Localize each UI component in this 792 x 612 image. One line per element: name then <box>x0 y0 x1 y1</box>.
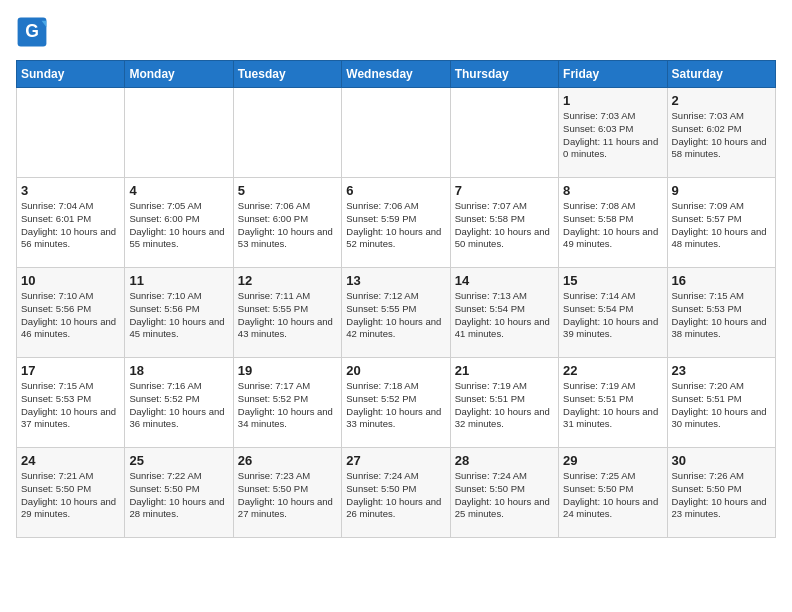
day-number: 29 <box>563 453 662 468</box>
calendar-cell: 2Sunrise: 7:03 AM Sunset: 6:02 PM Daylig… <box>667 88 775 178</box>
day-number: 10 <box>21 273 120 288</box>
calendar-cell: 5Sunrise: 7:06 AM Sunset: 6:00 PM Daylig… <box>233 178 341 268</box>
day-number: 11 <box>129 273 228 288</box>
cell-info: Sunrise: 7:13 AM Sunset: 5:54 PM Dayligh… <box>455 290 554 341</box>
cell-info: Sunrise: 7:21 AM Sunset: 5:50 PM Dayligh… <box>21 470 120 521</box>
day-number: 15 <box>563 273 662 288</box>
cell-info: Sunrise: 7:25 AM Sunset: 5:50 PM Dayligh… <box>563 470 662 521</box>
cell-info: Sunrise: 7:12 AM Sunset: 5:55 PM Dayligh… <box>346 290 445 341</box>
cell-info: Sunrise: 7:26 AM Sunset: 5:50 PM Dayligh… <box>672 470 771 521</box>
day-number: 13 <box>346 273 445 288</box>
weekday-header-friday: Friday <box>559 61 667 88</box>
calendar-cell: 17Sunrise: 7:15 AM Sunset: 5:53 PM Dayli… <box>17 358 125 448</box>
cell-info: Sunrise: 7:19 AM Sunset: 5:51 PM Dayligh… <box>563 380 662 431</box>
day-number: 16 <box>672 273 771 288</box>
calendar-cell <box>233 88 341 178</box>
day-number: 9 <box>672 183 771 198</box>
calendar-cell: 8Sunrise: 7:08 AM Sunset: 5:58 PM Daylig… <box>559 178 667 268</box>
cell-info: Sunrise: 7:24 AM Sunset: 5:50 PM Dayligh… <box>346 470 445 521</box>
weekday-header-saturday: Saturday <box>667 61 775 88</box>
day-number: 20 <box>346 363 445 378</box>
day-number: 26 <box>238 453 337 468</box>
day-number: 12 <box>238 273 337 288</box>
calendar-cell: 23Sunrise: 7:20 AM Sunset: 5:51 PM Dayli… <box>667 358 775 448</box>
cell-info: Sunrise: 7:07 AM Sunset: 5:58 PM Dayligh… <box>455 200 554 251</box>
cell-info: Sunrise: 7:08 AM Sunset: 5:58 PM Dayligh… <box>563 200 662 251</box>
cell-info: Sunrise: 7:03 AM Sunset: 6:02 PM Dayligh… <box>672 110 771 161</box>
day-number: 1 <box>563 93 662 108</box>
calendar-cell: 24Sunrise: 7:21 AM Sunset: 5:50 PM Dayli… <box>17 448 125 538</box>
weekday-header-monday: Monday <box>125 61 233 88</box>
calendar-cell: 1Sunrise: 7:03 AM Sunset: 6:03 PM Daylig… <box>559 88 667 178</box>
day-number: 4 <box>129 183 228 198</box>
calendar-cell <box>450 88 558 178</box>
day-number: 27 <box>346 453 445 468</box>
calendar-table: SundayMondayTuesdayWednesdayThursdayFrid… <box>16 60 776 538</box>
cell-info: Sunrise: 7:11 AM Sunset: 5:55 PM Dayligh… <box>238 290 337 341</box>
cell-info: Sunrise: 7:16 AM Sunset: 5:52 PM Dayligh… <box>129 380 228 431</box>
cell-info: Sunrise: 7:19 AM Sunset: 5:51 PM Dayligh… <box>455 380 554 431</box>
day-number: 24 <box>21 453 120 468</box>
calendar-cell: 25Sunrise: 7:22 AM Sunset: 5:50 PM Dayli… <box>125 448 233 538</box>
weekday-header-sunday: Sunday <box>17 61 125 88</box>
day-number: 30 <box>672 453 771 468</box>
cell-info: Sunrise: 7:14 AM Sunset: 5:54 PM Dayligh… <box>563 290 662 341</box>
calendar-cell: 13Sunrise: 7:12 AM Sunset: 5:55 PM Dayli… <box>342 268 450 358</box>
day-number: 23 <box>672 363 771 378</box>
cell-info: Sunrise: 7:06 AM Sunset: 6:00 PM Dayligh… <box>238 200 337 251</box>
cell-info: Sunrise: 7:18 AM Sunset: 5:52 PM Dayligh… <box>346 380 445 431</box>
day-number: 14 <box>455 273 554 288</box>
cell-info: Sunrise: 7:17 AM Sunset: 5:52 PM Dayligh… <box>238 380 337 431</box>
cell-info: Sunrise: 7:20 AM Sunset: 5:51 PM Dayligh… <box>672 380 771 431</box>
calendar-cell: 21Sunrise: 7:19 AM Sunset: 5:51 PM Dayli… <box>450 358 558 448</box>
calendar-cell: 14Sunrise: 7:13 AM Sunset: 5:54 PM Dayli… <box>450 268 558 358</box>
cell-info: Sunrise: 7:24 AM Sunset: 5:50 PM Dayligh… <box>455 470 554 521</box>
cell-info: Sunrise: 7:10 AM Sunset: 5:56 PM Dayligh… <box>21 290 120 341</box>
calendar-cell: 28Sunrise: 7:24 AM Sunset: 5:50 PM Dayli… <box>450 448 558 538</box>
cell-info: Sunrise: 7:22 AM Sunset: 5:50 PM Dayligh… <box>129 470 228 521</box>
calendar-cell: 16Sunrise: 7:15 AM Sunset: 5:53 PM Dayli… <box>667 268 775 358</box>
day-number: 19 <box>238 363 337 378</box>
calendar-cell <box>125 88 233 178</box>
logo: G <box>16 16 52 48</box>
calendar-cell <box>17 88 125 178</box>
day-number: 22 <box>563 363 662 378</box>
day-number: 28 <box>455 453 554 468</box>
svg-text:G: G <box>25 21 39 41</box>
header: G <box>16 16 776 48</box>
calendar-cell: 4Sunrise: 7:05 AM Sunset: 6:00 PM Daylig… <box>125 178 233 268</box>
logo-icon: G <box>16 16 48 48</box>
day-number: 25 <box>129 453 228 468</box>
day-number: 7 <box>455 183 554 198</box>
weekday-header-row: SundayMondayTuesdayWednesdayThursdayFrid… <box>17 61 776 88</box>
day-number: 5 <box>238 183 337 198</box>
day-number: 8 <box>563 183 662 198</box>
week-row-1: 1Sunrise: 7:03 AM Sunset: 6:03 PM Daylig… <box>17 88 776 178</box>
week-row-4: 17Sunrise: 7:15 AM Sunset: 5:53 PM Dayli… <box>17 358 776 448</box>
day-number: 21 <box>455 363 554 378</box>
calendar-cell: 7Sunrise: 7:07 AM Sunset: 5:58 PM Daylig… <box>450 178 558 268</box>
day-number: 6 <box>346 183 445 198</box>
calendar-cell: 10Sunrise: 7:10 AM Sunset: 5:56 PM Dayli… <box>17 268 125 358</box>
week-row-3: 10Sunrise: 7:10 AM Sunset: 5:56 PM Dayli… <box>17 268 776 358</box>
week-row-2: 3Sunrise: 7:04 AM Sunset: 6:01 PM Daylig… <box>17 178 776 268</box>
calendar-cell: 18Sunrise: 7:16 AM Sunset: 5:52 PM Dayli… <box>125 358 233 448</box>
calendar-cell: 29Sunrise: 7:25 AM Sunset: 5:50 PM Dayli… <box>559 448 667 538</box>
calendar-cell: 6Sunrise: 7:06 AM Sunset: 5:59 PM Daylig… <box>342 178 450 268</box>
cell-info: Sunrise: 7:03 AM Sunset: 6:03 PM Dayligh… <box>563 110 662 161</box>
calendar-cell: 27Sunrise: 7:24 AM Sunset: 5:50 PM Dayli… <box>342 448 450 538</box>
cell-info: Sunrise: 7:06 AM Sunset: 5:59 PM Dayligh… <box>346 200 445 251</box>
calendar-cell: 19Sunrise: 7:17 AM Sunset: 5:52 PM Dayli… <box>233 358 341 448</box>
cell-info: Sunrise: 7:15 AM Sunset: 5:53 PM Dayligh… <box>21 380 120 431</box>
calendar-cell: 30Sunrise: 7:26 AM Sunset: 5:50 PM Dayli… <box>667 448 775 538</box>
day-number: 18 <box>129 363 228 378</box>
cell-info: Sunrise: 7:10 AM Sunset: 5:56 PM Dayligh… <box>129 290 228 341</box>
calendar-cell: 12Sunrise: 7:11 AM Sunset: 5:55 PM Dayli… <box>233 268 341 358</box>
calendar-cell: 9Sunrise: 7:09 AM Sunset: 5:57 PM Daylig… <box>667 178 775 268</box>
page-container: G SundayMondayTuesdayWednesdayThursdayFr… <box>0 0 792 548</box>
calendar-cell: 20Sunrise: 7:18 AM Sunset: 5:52 PM Dayli… <box>342 358 450 448</box>
weekday-header-wednesday: Wednesday <box>342 61 450 88</box>
day-number: 17 <box>21 363 120 378</box>
cell-info: Sunrise: 7:05 AM Sunset: 6:00 PM Dayligh… <box>129 200 228 251</box>
calendar-cell: 15Sunrise: 7:14 AM Sunset: 5:54 PM Dayli… <box>559 268 667 358</box>
